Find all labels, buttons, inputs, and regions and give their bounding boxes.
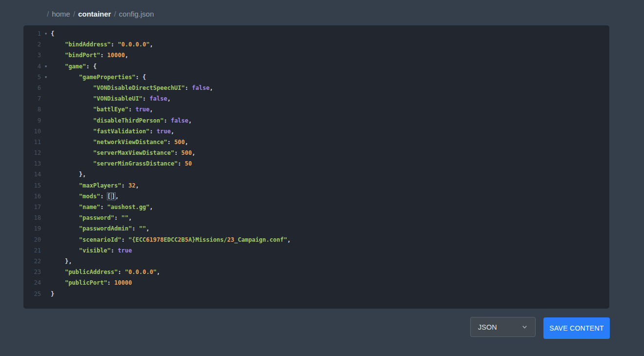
line-number: 12 [23, 147, 41, 158]
line-number: 25 [23, 289, 41, 299]
fold-spacer [41, 245, 51, 256]
fold-spacer [41, 39, 51, 50]
fold-spacer [41, 93, 51, 104]
code-line[interactable]: 9 "disableThirdPerson": false, [23, 115, 609, 126]
code-line[interactable]: 11 "networkViewDistance": 500, [23, 137, 609, 147]
fold-spacer [41, 267, 51, 277]
code-line[interactable]: 13 "serverMinGrassDistance": 50 [23, 158, 609, 169]
code-line[interactable]: 6 "VONDisableDirectSpeechUI": false, [23, 83, 609, 93]
code-text: "maxPlayers": 32, [51, 180, 139, 191]
line-number: 15 [23, 180, 41, 191]
fold-spacer [41, 212, 51, 223]
fold-spacer [41, 289, 51, 299]
code-line[interactable]: 5▾ "gameProperties": { [23, 72, 609, 83]
fold-spacer [41, 104, 51, 115]
code-line[interactable]: 1▾{ [23, 28, 609, 39]
code-text: "visible": true [51, 245, 132, 256]
code-line[interactable]: 16 "mods": [], [23, 191, 609, 202]
fold-toggle-icon[interactable]: ▾ [41, 61, 51, 72]
breadcrumb-item-container[interactable]: container [78, 10, 111, 18]
line-number: 5 [23, 72, 41, 83]
line-number: 1 [23, 28, 41, 39]
line-number: 11 [23, 137, 41, 147]
code-text: }, [51, 256, 72, 267]
code-text: "gameProperties": { [51, 72, 146, 83]
chevron-down-icon [521, 324, 528, 330]
line-number: 9 [23, 115, 41, 126]
code-line[interactable]: 8 "battlEye": true, [23, 104, 609, 115]
line-number: 7 [23, 93, 41, 104]
code-text: "battlEye": true, [51, 104, 153, 115]
json-editor[interactable]: 1▾{2 "bindAddress": "0.0.0.0",3 "bindPor… [23, 25, 609, 309]
code-line[interactable]: 15 "maxPlayers": 32, [23, 180, 609, 191]
breadcrumb-item-home[interactable]: home [52, 10, 70, 18]
code-text: "password": "", [51, 212, 132, 223]
code-line[interactable]: 21 "visible": true [23, 245, 609, 256]
line-number: 23 [23, 267, 41, 277]
language-select[interactable]: JSON [470, 317, 536, 337]
line-number: 22 [23, 256, 41, 267]
fold-spacer [41, 83, 51, 93]
fold-spacer [41, 50, 51, 61]
code-text: "disableThirdPerson": false, [51, 115, 192, 126]
code-text: "bindAddress": "0.0.0.0", [51, 39, 153, 50]
line-number: 4 [23, 61, 41, 72]
line-number: 14 [23, 169, 41, 180]
code-line[interactable]: 10 "fastValidation": true, [23, 126, 609, 137]
code-text: } [51, 289, 54, 299]
code-text: "name": "aushost.gg", [51, 202, 153, 212]
breadcrumb-separator: / [73, 10, 75, 18]
fold-toggle-icon[interactable]: ▾ [41, 28, 51, 39]
code-text: "scenarioId": "{ECC61978EDCC2B5A}Mission… [51, 234, 291, 245]
code-line[interactable]: 23 "publicAddress": "0.0.0.0", [23, 267, 609, 277]
line-number: 6 [23, 83, 41, 93]
line-number: 13 [23, 158, 41, 169]
fold-spacer [41, 180, 51, 191]
fold-spacer [41, 277, 51, 288]
code-text: }, [51, 169, 86, 180]
breadcrumb: /home/container/config.json [47, 8, 154, 19]
code-line[interactable]: 2 "bindAddress": "0.0.0.0", [23, 39, 609, 50]
code-line[interactable]: 3 "bindPort": 10000, [23, 50, 609, 61]
code-line[interactable]: 14 }, [23, 169, 609, 180]
code-line[interactable]: 18 "password": "", [23, 212, 609, 223]
code-lines: 1▾{2 "bindAddress": "0.0.0.0",3 "bindPor… [23, 28, 609, 299]
code-line[interactable]: 22 }, [23, 256, 609, 267]
fold-spacer [41, 223, 51, 234]
code-line[interactable]: 24 "publicPort": 10000 [23, 277, 609, 288]
code-text: "passwordAdmin": "", [51, 223, 149, 234]
code-line[interactable]: 7 "VONDisableUI": false, [23, 93, 609, 104]
code-line[interactable]: 17 "name": "aushost.gg", [23, 202, 609, 212]
fold-toggle-icon[interactable]: ▾ [41, 72, 51, 83]
code-text: "serverMaxViewDistance": 500, [51, 147, 195, 158]
code-line[interactable]: 4▾ "game": { [23, 61, 609, 72]
line-number: 17 [23, 202, 41, 212]
fold-spacer [41, 137, 51, 147]
save-content-button[interactable]: SAVE CONTENT [543, 317, 610, 339]
line-number: 3 [23, 50, 41, 61]
code-text: "VONDisableUI": false, [51, 93, 171, 104]
fold-spacer [41, 202, 51, 212]
code-text: "publicAddress": "0.0.0.0", [51, 267, 160, 277]
line-number: 24 [23, 277, 41, 288]
code-text: "networkViewDistance": 500, [51, 137, 188, 147]
line-number: 19 [23, 223, 41, 234]
code-text: "publicPort": 10000 [51, 277, 132, 288]
code-line[interactable]: 25} [23, 289, 609, 299]
code-line[interactable]: 19 "passwordAdmin": "", [23, 223, 609, 234]
breadcrumb-item-config.json[interactable]: config.json [119, 10, 154, 18]
fold-spacer [41, 234, 51, 245]
line-number: 10 [23, 126, 41, 137]
code-line[interactable]: 20 "scenarioId": "{ECC61978EDCC2B5A}Miss… [23, 234, 609, 245]
language-select-value: JSON [478, 323, 497, 331]
fold-spacer [41, 147, 51, 158]
fold-spacer [41, 191, 51, 202]
fold-spacer [41, 115, 51, 126]
line-number: 21 [23, 245, 41, 256]
code-text: "mods": [], [51, 191, 119, 202]
code-text: "game": { [51, 61, 97, 72]
fold-spacer [41, 256, 51, 267]
fold-spacer [41, 169, 51, 180]
code-line[interactable]: 12 "serverMaxViewDistance": 500, [23, 147, 609, 158]
code-text: "bindPort": 10000, [51, 50, 128, 61]
